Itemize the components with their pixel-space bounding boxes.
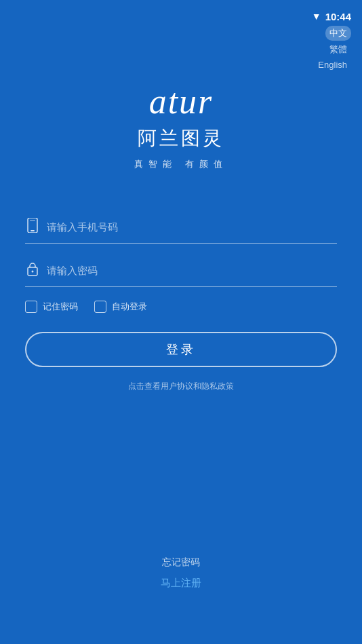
phone-input-group: [25, 211, 337, 244]
language-selector: 中文 繁體 English: [314, 26, 351, 71]
status-time: 10:44: [325, 11, 351, 22]
form-area: 记住密码 自动登录 登录 点击查看用户协议和隐私政策: [25, 211, 337, 392]
svg-rect-2: [30, 220, 35, 221]
remember-password-checkbox[interactable]: 记住密码: [25, 301, 78, 313]
auto-login-checkbox[interactable]: 自动登录: [94, 301, 147, 313]
logo-area: atur 阿兰图灵 真智能 有颜值: [134, 81, 228, 170]
remember-label: 记住密码: [43, 301, 78, 313]
lang-tw[interactable]: 繁體: [325, 42, 351, 57]
svg-point-4: [32, 271, 34, 273]
phone-icon: [25, 218, 40, 236]
password-input-group: [25, 254, 337, 287]
lang-zh[interactable]: 中文: [325, 26, 351, 41]
svg-rect-1: [31, 230, 35, 231]
brand-slogan: 真智能 有颜值: [134, 158, 228, 170]
auto-login-label: 自动登录: [112, 301, 147, 313]
logo-text: atur: [149, 81, 214, 121]
brand-name: 阿兰图灵: [138, 126, 224, 151]
lang-en[interactable]: English: [314, 58, 351, 71]
forgot-password-link[interactable]: 忘记密码: [162, 556, 200, 569]
login-screen: ▼ 10:44 中文 繁體 English atur 阿兰图灵 真智能 有颜值: [0, 0, 362, 644]
lock-icon: [25, 261, 40, 280]
auto-login-checkbox-box[interactable]: [94, 301, 106, 313]
password-input[interactable]: [47, 265, 337, 276]
bottom-links: 忘记密码 马上注册: [161, 556, 201, 590]
checkbox-row: 记住密码 自动登录: [25, 301, 337, 313]
logo-brand-text: atur: [149, 82, 214, 121]
policy-link[interactable]: 点击查看用户协议和隐私政策: [25, 381, 337, 392]
login-button[interactable]: 登录: [25, 332, 337, 367]
status-bar: ▼ 10:44: [0, 0, 362, 27]
wifi-icon: ▼: [312, 11, 321, 22]
phone-input[interactable]: [47, 221, 337, 233]
remember-checkbox-box[interactable]: [25, 301, 37, 313]
register-link[interactable]: 马上注册: [161, 577, 201, 590]
